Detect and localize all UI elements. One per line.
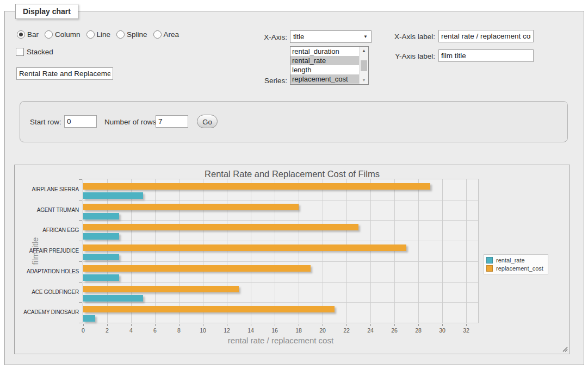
go-button[interactable]: Go (197, 115, 218, 128)
x-tick-label: 2 (106, 327, 109, 334)
radio-label: Bar (27, 30, 39, 39)
radio-icon (153, 30, 162, 39)
x-tick-label: 4 (129, 327, 133, 334)
legend-label: replacement_cost (496, 265, 543, 272)
category-label: AFFAIR PREJUDICE (15, 248, 79, 254)
bar-rental_rate (83, 233, 119, 240)
scroll-down-button[interactable]: ▼ (360, 76, 368, 84)
row-controls-panel (20, 101, 568, 142)
number-of-rows-label: Number of rows: (104, 118, 158, 126)
y-tick-mark (79, 302, 82, 303)
x-tick-mark (394, 324, 395, 326)
x-tick-mark (251, 324, 251, 326)
y-tick-mark (79, 282, 82, 283)
start-row-input[interactable] (64, 115, 97, 128)
bar-replacement_cost (83, 306, 335, 312)
radio-label: Column (55, 30, 81, 39)
chart-title-input[interactable] (16, 67, 113, 80)
bar-rental_rate (83, 274, 119, 281)
stacked-label: Stacked (27, 48, 53, 56)
legend-item: replacement_cost (486, 265, 543, 272)
category-label: ACE GOLDFINGER (15, 289, 79, 295)
chart-panel: Rental Rate and Replacement Cost of Film… (14, 165, 570, 354)
bar-replacement_cost (83, 265, 311, 272)
x-tick-mark (107, 324, 108, 326)
radio-column[interactable]: Column (45, 30, 81, 39)
x-tick-mark (299, 324, 299, 326)
radio-icon (116, 30, 125, 39)
gridline (83, 220, 478, 221)
x-tick-label: 6 (153, 327, 157, 334)
gridline (83, 200, 478, 200)
x-tick-label: 24 (367, 327, 374, 334)
category-label: AFRICAN EGG (15, 227, 79, 233)
radio-bar[interactable]: Bar (17, 30, 39, 39)
series-option[interactable]: rental_duration (290, 47, 359, 56)
gridline (466, 179, 467, 323)
x-tick-mark (346, 324, 347, 326)
category-label: ADAPTATION HOLES (15, 268, 79, 274)
x-tick-mark (227, 324, 227, 326)
category-label: AIRPLANE SIERRA (15, 186, 79, 192)
legend-swatch-replacement_cost (486, 265, 493, 272)
legend-swatch-rental_rate (486, 257, 493, 264)
resize-handle[interactable] (561, 346, 568, 352)
legend-label: rental_rate (496, 257, 525, 264)
x-tick-mark (370, 324, 371, 326)
bar-replacement_cost (83, 183, 430, 190)
x-axis-title: rental rate / replacement cost (83, 336, 478, 345)
radio-line[interactable]: Line (86, 30, 111, 39)
scrollbar[interactable]: ▲ ▼ (359, 47, 368, 84)
scroll-thumb[interactable] (361, 60, 367, 71)
x-tick-mark (418, 324, 419, 326)
x-tick-mark (323, 324, 323, 326)
x-tick-label: 22 (343, 327, 350, 334)
x-tick-label: 8 (177, 327, 181, 334)
number-of-rows-input[interactable] (156, 115, 188, 128)
bar-replacement_cost (83, 244, 406, 251)
scroll-up-button[interactable]: ▲ (360, 47, 368, 55)
chart-title: Rental Rate and Replacement Cost of Film… (15, 169, 570, 179)
radio-label: Spline (127, 30, 147, 39)
y-tick-mark (79, 220, 82, 221)
radio-icon (17, 30, 25, 39)
x-tick-mark (466, 324, 467, 326)
series-option[interactable]: rental_rate (290, 56, 359, 65)
x-axis-label-input[interactable] (438, 30, 534, 42)
x-axis-select-label: X-Axis: (239, 33, 287, 41)
x-tick-label: 18 (295, 327, 302, 334)
gridline (83, 302, 478, 303)
bar-rental_rate (83, 315, 95, 322)
y-axis-label-input[interactable] (438, 49, 534, 62)
x-tick-label: 0 (82, 327, 85, 334)
gridline (83, 241, 478, 241)
radio-spline[interactable]: Spline (116, 30, 147, 39)
x-tick-mark (155, 324, 156, 326)
plot-area: film title 02468101214161820222426283032… (83, 179, 479, 323)
x-tick-mark (179, 324, 180, 326)
series-option[interactable]: length (290, 65, 359, 74)
chart-legend: rental_ratereplacement_cost (484, 254, 548, 274)
x-tick-label: 20 (319, 327, 326, 334)
stacked-checkbox[interactable]: Stacked (16, 48, 53, 56)
radio-area[interactable]: Area (153, 30, 180, 39)
x-tick-label: 12 (224, 327, 230, 334)
category-label: ACADEMY DINOSAUR (15, 309, 79, 315)
x-axis-select[interactable]: title ▼ (290, 30, 372, 43)
bar-rental_rate (83, 192, 143, 199)
x-tick-label: 30 (439, 327, 445, 334)
x-tick-mark (131, 324, 132, 326)
chevron-down-icon: ▼ (363, 34, 368, 39)
bar-rental_rate (83, 213, 119, 220)
y-axis-label-label: Y-Axis label: (381, 52, 435, 60)
radio-icon (86, 30, 95, 39)
y-tick-mark (79, 179, 82, 180)
chart-type-radio-group: BarColumnLineSplineArea (17, 30, 179, 39)
bar-replacement_cost (83, 224, 358, 230)
series-option[interactable]: replacement_cost (290, 74, 359, 84)
bar-rental_rate (83, 254, 119, 260)
series-options: rental_durationrental_ratelengthreplacem… (290, 47, 359, 84)
y-tick-mark (79, 200, 82, 200)
y-tick-mark (79, 241, 82, 241)
x-tick-label: 10 (200, 327, 206, 334)
